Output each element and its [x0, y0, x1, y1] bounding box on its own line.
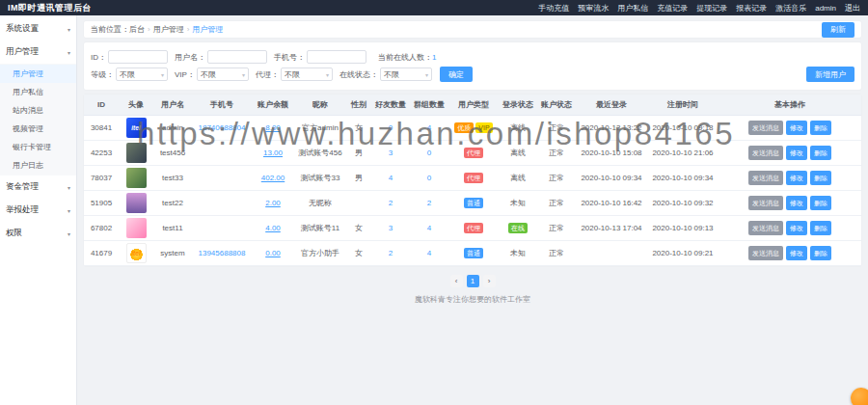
cell-friends: 2 — [371, 191, 410, 216]
send-message-button[interactable]: 发送消息 — [748, 196, 783, 210]
groups-count-link[interactable]: 4 — [427, 224, 431, 232]
cell-username: test33 — [153, 166, 192, 191]
sidebar-group-label: 用户管理 — [6, 46, 39, 58]
groups-count-link[interactable]: 4 — [427, 123, 431, 132]
groups-count-link[interactable]: 2 — [427, 199, 431, 207]
topbar-menu-user-message[interactable]: 用户私信 — [617, 3, 648, 14]
sidebar-item-site-message[interactable]: 站内消息 — [0, 101, 76, 120]
chevron-down-icon: ▾ — [68, 26, 70, 33]
sidebar-submenu: 用户管理用户私信站内消息视频管理银行卡管理用户日志 — [0, 64, 76, 176]
edit-button[interactable]: 修改 — [786, 196, 807, 210]
phone-input[interactable] — [307, 50, 366, 64]
groups-count-link[interactable]: 0 — [427, 174, 431, 182]
online-status-select[interactable]: 不限▾ — [380, 68, 432, 81]
filter-label-level: 等级： — [91, 69, 114, 80]
balance-link[interactable]: 0.00 — [265, 249, 281, 257]
agent-select[interactable]: 不限▾ — [281, 68, 333, 81]
add-user-button[interactable]: 新增用户 — [806, 67, 854, 82]
breadcrumb-item[interactable]: 用户管理 — [192, 25, 223, 34]
pagination-prev[interactable]: ‹ — [450, 275, 463, 287]
cell-actions: 发送消息修改删除 — [719, 216, 861, 241]
groups-count-link[interactable]: 0 — [427, 148, 431, 157]
balance-link[interactable]: 13.00 — [263, 148, 283, 157]
online-count-value: 1 — [432, 53, 436, 62]
sidebar-group-system-settings[interactable]: 系统设置▾ — [0, 17, 76, 40]
select-value: 不限 — [201, 69, 216, 80]
sidebar-item-video-management[interactable]: 视频管理 — [0, 120, 76, 138]
sidebar-group-permissions[interactable]: 权限▾ — [0, 222, 76, 245]
balance-link[interactable]: 402.00 — [261, 174, 285, 182]
edit-button[interactable]: 修改 — [786, 121, 807, 135]
delete-button[interactable]: 删除 — [810, 146, 831, 160]
delete-button[interactable]: 删除 — [810, 221, 831, 235]
sidebar-group-user-management[interactable]: 用户管理▾ — [0, 40, 76, 64]
edit-button[interactable]: 修改 — [786, 221, 807, 235]
friends-count-link[interactable]: 4 — [389, 174, 393, 182]
friends-count-link[interactable]: 2 — [389, 199, 393, 207]
pagination-next[interactable]: › — [483, 275, 496, 287]
vip-select[interactable]: 不限▾ — [197, 68, 249, 81]
pagination-page[interactable]: 1 — [467, 275, 479, 287]
friends-count-link[interactable]: 2 — [389, 249, 393, 257]
cell-register-time: 2020-10-10 09:34 — [647, 166, 719, 191]
friends-count-link[interactable]: 3 — [389, 148, 393, 157]
delete-button[interactable]: 删除 — [810, 171, 831, 185]
send-message-button[interactable]: 发送消息 — [748, 246, 783, 260]
cell-username: test456 — [153, 141, 192, 166]
topbar-menu-withdraw-records[interactable]: 提现记录 — [696, 3, 727, 14]
cell-last-login: 2020-10-10 09:34 — [576, 166, 647, 191]
breadcrumb-item[interactable]: 用户管理 — [153, 25, 184, 34]
delete-button[interactable]: 删除 — [810, 196, 831, 210]
sidebar-item-user-logs[interactable]: 用户日志 — [0, 156, 76, 175]
balance-link[interactable]: 8.00 — [265, 123, 281, 132]
groups-count-link[interactable]: 4 — [427, 249, 431, 257]
filter-row-2-left: 等级：不限▾VIP：不限▾代理：不限▾在线状态：不限▾确定 — [91, 67, 473, 82]
send-message-button[interactable]: 发送消息 — [748, 221, 783, 235]
sidebar-item-bank-card[interactable]: 银行卡管理 — [0, 138, 76, 156]
phone-link[interactable]: 13945688808 — [199, 249, 246, 257]
cell-nickname: 测试账号11 — [294, 216, 346, 241]
cell-gender: 女 — [346, 241, 371, 266]
filter-label-id: ID： — [91, 52, 106, 63]
cell-nickname: 无昵称 — [294, 191, 346, 216]
send-message-button[interactable]: 发送消息 — [748, 121, 783, 135]
edit-button[interactable]: 修改 — [786, 246, 807, 260]
id-input[interactable] — [108, 50, 168, 64]
cell-id: 41679 — [84, 241, 119, 266]
balance-link[interactable]: 4.00 — [265, 224, 281, 232]
cell-actions: 发送消息修改删除 — [719, 166, 861, 191]
username-input[interactable] — [207, 50, 267, 64]
friends-count-link[interactable]: 3 — [389, 224, 393, 232]
main-content: 当前位置：后台›用户管理›用户管理 刷新 ID：用户名：手机号：当前在线人数：1… — [77, 15, 868, 405]
phone-link[interactable]: 18740688804 — [199, 123, 246, 132]
breadcrumb-item[interactable]: 后台 — [129, 25, 145, 34]
topbar-menu-recharge-records[interactable]: 充值记录 — [657, 3, 688, 14]
refresh-button[interactable]: 刷新 — [822, 22, 854, 38]
cell-user-type: 普通 — [448, 191, 499, 216]
edit-button[interactable]: 修改 — [786, 146, 807, 160]
topbar-menu-admin[interactable]: admin — [815, 4, 836, 13]
floating-action-button[interactable] — [851, 388, 868, 405]
sidebar-group-funds-management[interactable]: 资金管理▾ — [0, 176, 76, 199]
sidebar-item-user-message[interactable]: 用户私信 — [0, 83, 76, 101]
topbar-menu-manual-recharge[interactable]: 手动充值 — [538, 3, 569, 14]
topbar-menu-audit-flow[interactable]: 预审流水 — [578, 3, 609, 14]
send-message-button[interactable]: 发送消息 — [748, 146, 783, 160]
friends-count-link[interactable]: 0 — [389, 123, 393, 132]
level-select[interactable]: 不限▾ — [116, 68, 168, 81]
topbar-menu-logout[interactable]: 退出 — [845, 3, 860, 14]
topbar-menu-activate-music[interactable]: 激活音乐 — [775, 3, 806, 14]
breadcrumb-separator: › — [187, 25, 190, 34]
topbar-menu-report-records[interactable]: 报表记录 — [736, 3, 767, 14]
cell-nickname: 测试账号456 — [294, 141, 346, 166]
sidebar-item-user-management[interactable]: 用户管理 — [0, 65, 76, 83]
send-message-button[interactable]: 发送消息 — [748, 171, 783, 185]
balance-link[interactable]: 2.00 — [265, 199, 281, 207]
cell-balance: 0.00 — [252, 241, 294, 266]
edit-button[interactable]: 修改 — [786, 171, 807, 185]
footer-text: 魔软科青专注你想要的软件工作室 — [84, 294, 861, 305]
delete-button[interactable]: 删除 — [810, 121, 831, 135]
delete-button[interactable]: 删除 — [810, 246, 831, 260]
sidebar-group-report-handling[interactable]: 举报处理▾ — [0, 199, 76, 222]
search-submit-button[interactable]: 确定 — [440, 67, 473, 82]
